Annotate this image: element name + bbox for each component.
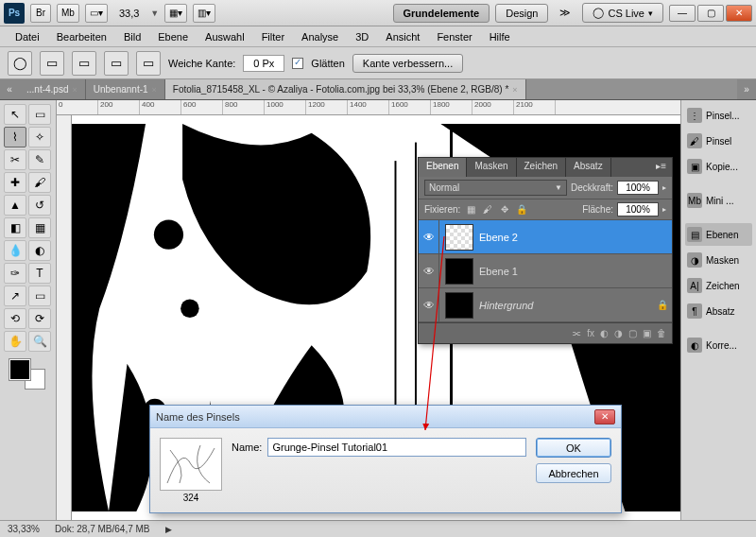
dialog-titlebar[interactable]: Name des Pinsels ✕ — [150, 406, 621, 428]
panel-menu-icon[interactable]: ▸≡ — [650, 158, 672, 177]
tab-nav-right[interactable]: » — [737, 79, 756, 99]
workspace-tab-design[interactable]: Design — [495, 4, 548, 23]
minimize-button[interactable]: — — [669, 5, 696, 22]
minibridge-button[interactable]: Mb — [57, 4, 79, 23]
mask-icon[interactable]: ◐ — [600, 328, 609, 338]
status-doc[interactable]: Dok: 28,7 MB/64,7 MB — [55, 524, 150, 534]
screenmode-button[interactable]: ▭▾ — [85, 4, 108, 23]
panel-pinsel-preset[interactable]: ⋮Pinsel... — [685, 104, 752, 127]
close-icon[interactable]: × — [72, 85, 77, 95]
path-tool[interactable]: ↗ — [4, 286, 26, 306]
menu-auswahl[interactable]: Auswahl — [198, 29, 252, 44]
lock-all-icon[interactable]: 🔒 — [515, 203, 528, 217]
menu-ebene[interactable]: Ebene — [150, 29, 196, 44]
wand-tool[interactable]: ✧ — [28, 127, 51, 147]
panel-masken[interactable]: ◑Masken — [685, 249, 752, 271]
panel-korrekturen[interactable]: ◐Korre... — [685, 334, 752, 356]
brush-name-input[interactable] — [267, 438, 526, 457]
panel-minibridge[interactable]: MbMini ... — [685, 189, 752, 212]
hand-tool[interactable]: ✋ — [4, 331, 26, 352]
type-tool[interactable]: T — [28, 263, 51, 284]
fill-arrow-icon[interactable]: ▸ — [662, 205, 666, 214]
panel-absatz[interactable]: ¶Absatz — [685, 300, 752, 322]
panel-pinsel[interactable]: 🖌Pinsel — [685, 130, 752, 152]
close-icon[interactable]: × — [152, 85, 157, 95]
blur-tool[interactable]: 💧 — [4, 240, 26, 261]
selection-new-button[interactable]: ▭ — [40, 51, 64, 76]
close-icon[interactable]: × — [512, 85, 517, 95]
layer-thumbnail[interactable] — [445, 224, 473, 251]
refine-edge-button[interactable]: Kante verbessern... — [352, 54, 463, 73]
lock-transparent-icon[interactable]: ▦ — [464, 203, 477, 217]
history-brush-tool[interactable]: ↺ — [28, 195, 51, 216]
panel-zeichen[interactable]: A|Zeichen — [685, 274, 752, 297]
menu-hilfe[interactable]: Hilfe — [482, 29, 518, 44]
tab-nav-left[interactable]: « — [0, 79, 19, 99]
gradient-tool[interactable]: ▦ — [28, 217, 51, 238]
menu-3d[interactable]: 3D — [348, 29, 376, 44]
blend-mode-select[interactable]: Normal▼ — [424, 180, 567, 196]
close-button[interactable]: ✕ — [726, 5, 752, 22]
move-tool[interactable]: ↖ — [4, 104, 26, 125]
layer-thumbnail[interactable] — [445, 292, 473, 319]
cancel-button[interactable]: Abbrechen — [536, 463, 611, 483]
menu-filter[interactable]: Filter — [254, 29, 292, 44]
cslive-button[interactable]: ◯CS Live▾ — [582, 3, 663, 23]
dialog-close-button[interactable]: ✕ — [594, 409, 615, 424]
bridge-button[interactable]: Br — [30, 4, 51, 23]
menu-ansicht[interactable]: Ansicht — [378, 29, 427, 44]
lasso-tool[interactable]: ⌇ — [4, 127, 26, 147]
tool-preset-button[interactable]: ◯ — [8, 51, 32, 76]
zoom-tool[interactable]: 🔍 — [28, 331, 51, 352]
zoom-dropdown-icon[interactable]: ▼ — [150, 9, 159, 18]
dodge-tool[interactable]: ◐ — [28, 240, 51, 261]
menu-fenster[interactable]: Fenster — [429, 29, 479, 44]
status-arrow-icon[interactable]: ▶ — [165, 525, 172, 534]
visibility-icon[interactable]: 👁 — [419, 220, 439, 253]
marquee-tool[interactable]: ▭ — [28, 104, 51, 125]
fill-input[interactable] — [617, 202, 659, 217]
panel-ebenen[interactable]: ▤Ebenen — [685, 223, 752, 246]
brush-tool[interactable]: 🖌 — [28, 172, 51, 193]
layers-tab-absatz[interactable]: Absatz — [566, 158, 611, 177]
3d-tool[interactable]: ⟲ — [4, 308, 26, 329]
lock-position-icon[interactable]: ✥ — [498, 203, 511, 217]
menu-datei[interactable]: Datei — [8, 29, 47, 44]
zoom-display[interactable]: 33,3 — [113, 8, 145, 19]
new-layer-icon[interactable]: ▣ — [643, 328, 651, 338]
status-zoom[interactable]: 33,33% — [8, 524, 40, 534]
menu-analyse[interactable]: Analyse — [294, 29, 346, 44]
eyedropper-tool[interactable]: ✎ — [28, 149, 51, 170]
antialias-checkbox[interactable] — [292, 58, 303, 69]
layer-thumbnail[interactable] — [445, 258, 473, 285]
doc-tab-1[interactable]: Unbenannt-1× — [86, 79, 165, 99]
shape-tool[interactable]: ▭ — [28, 286, 51, 306]
layer-name[interactable]: Ebene 1 — [479, 266, 672, 277]
layer-name[interactable]: Hintergrund — [479, 300, 653, 311]
layer-row[interactable]: 👁 Hintergrund 🔒 — [419, 288, 672, 322]
panel-kopie[interactable]: ▣Kopie... — [685, 155, 752, 178]
workspace-tab-grundelemente[interactable]: Grundelemente — [393, 4, 490, 23]
layers-tab-zeichen[interactable]: Zeichen — [517, 158, 567, 177]
ok-button[interactable]: OK — [536, 438, 611, 458]
layer-row[interactable]: 👁 Ebene 2 — [419, 220, 672, 254]
selection-sub-button[interactable]: ▭ — [104, 51, 129, 76]
adjustment-icon[interactable]: ◑ — [614, 328, 623, 338]
visibility-icon[interactable]: 👁 — [419, 254, 439, 287]
doc-tab-2[interactable]: Fotolia_8715458_XL - © Azaliya - Fotolia… — [165, 79, 526, 99]
extras-button[interactable]: ▦▾ — [164, 4, 187, 23]
trash-icon[interactable]: 🗑 — [657, 328, 666, 338]
link-layers-icon[interactable]: ⫘ — [572, 328, 581, 338]
3d-camera-tool[interactable]: ⟳ — [28, 308, 51, 329]
selection-intersect-button[interactable]: ▭ — [136, 51, 161, 76]
heal-tool[interactable]: ✚ — [4, 172, 26, 193]
visibility-icon[interactable]: 👁 — [419, 288, 439, 321]
layers-tab-ebenen[interactable]: Ebenen — [419, 158, 467, 177]
feather-input[interactable] — [243, 55, 284, 72]
group-icon[interactable]: ▢ — [628, 328, 637, 338]
layer-name[interactable]: Ebene 2 — [479, 232, 672, 243]
maximize-button[interactable]: ▢ — [697, 5, 724, 22]
color-swatch[interactable] — [9, 359, 45, 390]
more-workspaces-icon[interactable]: ≫ — [554, 7, 576, 19]
opacity-input[interactable] — [617, 181, 659, 195]
